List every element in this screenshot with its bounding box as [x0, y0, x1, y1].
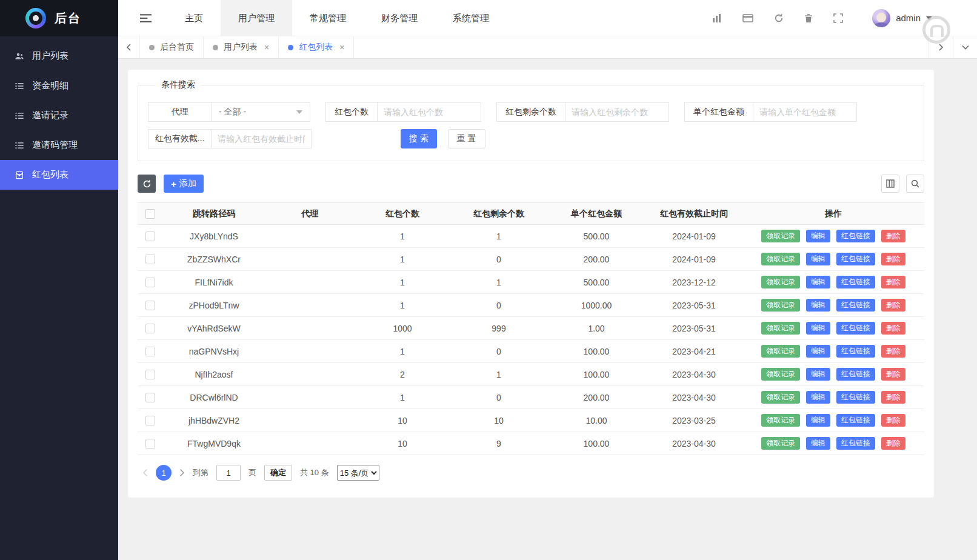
- edit-button[interactable]: 编辑: [806, 414, 830, 427]
- delete-button[interactable]: 删除: [881, 368, 905, 381]
- claim-records-button[interactable]: 领取记录: [761, 253, 800, 266]
- row-checkbox[interactable]: [145, 278, 155, 287]
- nav-item-system-mgmt[interactable]: 系统管理: [435, 0, 507, 36]
- fullscreen-icon[interactable]: [833, 13, 843, 23]
- sidebar-item-invite-code-mgmt[interactable]: 邀请码管理: [0, 130, 118, 160]
- row-checkbox[interactable]: [145, 393, 155, 402]
- delete-button[interactable]: 删除: [881, 276, 905, 289]
- refresh-icon[interactable]: [774, 13, 784, 23]
- packet-link-button[interactable]: 红包链接: [836, 437, 875, 450]
- row-checkbox[interactable]: [145, 370, 155, 379]
- packet-link-button[interactable]: 红包链接: [836, 276, 875, 289]
- edit-button[interactable]: 编辑: [806, 345, 830, 358]
- packet-link-button[interactable]: 红包链接: [836, 322, 875, 335]
- claim-records-button[interactable]: 领取记录: [761, 299, 800, 312]
- row-checkbox[interactable]: [145, 347, 155, 356]
- delete-button[interactable]: 删除: [881, 322, 905, 335]
- add-button[interactable]: + 添加: [164, 175, 204, 193]
- row-checkbox[interactable]: [145, 232, 155, 241]
- tab-red-packet-list[interactable]: 红包列表 ×: [279, 36, 354, 58]
- nav-item-finance-mgmt[interactable]: 财务管理: [364, 0, 435, 36]
- packet-link-button[interactable]: 红包链接: [836, 253, 875, 266]
- nav-item-user-mgmt[interactable]: 用户管理: [221, 0, 292, 36]
- packet-link-button[interactable]: 红包链接: [836, 368, 875, 381]
- edit-button[interactable]: 编辑: [806, 230, 830, 243]
- tab-user-list[interactable]: 用户列表 ×: [204, 36, 279, 58]
- row-checkbox[interactable]: [145, 416, 155, 425]
- tabs-menu-icon[interactable]: [953, 36, 977, 58]
- packet-amount-input[interactable]: [753, 102, 857, 122]
- row-checkbox[interactable]: [145, 301, 155, 310]
- edit-button[interactable]: 编辑: [806, 299, 830, 312]
- claim-records-button[interactable]: 领取记录: [761, 391, 800, 404]
- refresh-table-button[interactable]: [138, 175, 156, 193]
- sidebar-item-red-packet-list[interactable]: 红包列表: [0, 160, 118, 190]
- claim-records-button[interactable]: 领取记录: [761, 368, 800, 381]
- wallet-card-icon[interactable]: [742, 14, 753, 22]
- next-page-icon[interactable]: [179, 468, 185, 477]
- cell-expire-time: 2023-04-30: [645, 432, 742, 455]
- packet-link-button[interactable]: 红包链接: [836, 299, 875, 312]
- cell-packet-remain: 1: [450, 225, 547, 248]
- col-header-amount: 单个红包金额: [547, 203, 645, 225]
- tab-close-icon[interactable]: ×: [339, 42, 344, 52]
- goto-label: 到第: [193, 467, 208, 478]
- user-menu[interactable]: admin: [872, 9, 971, 27]
- sidebar-item-invite-records[interactable]: 邀请记录: [0, 101, 118, 130]
- tab-dashboard[interactable]: 后台首页: [140, 36, 204, 58]
- sidebar-item-funds-detail[interactable]: 资金明细: [0, 71, 118, 101]
- search-button[interactable]: 搜 索: [401, 129, 437, 148]
- page-size-select[interactable]: 15 条/页: [337, 465, 379, 481]
- row-checkbox[interactable]: [145, 324, 155, 333]
- nav-item-home[interactable]: 主页: [167, 0, 221, 36]
- delete-button[interactable]: 删除: [881, 414, 905, 427]
- sidebar-item-user-list[interactable]: 用户列表: [0, 41, 118, 71]
- delete-button[interactable]: 删除: [881, 391, 905, 404]
- trash-icon[interactable]: [804, 13, 813, 23]
- tabs-scroll-left-icon[interactable]: [118, 36, 140, 58]
- edit-button[interactable]: 编辑: [806, 253, 830, 266]
- row-checkbox[interactable]: [145, 439, 155, 448]
- delete-button[interactable]: 删除: [881, 299, 905, 312]
- delete-button[interactable]: 删除: [881, 253, 905, 266]
- packet-link-button[interactable]: 红包链接: [836, 345, 875, 358]
- prev-page-icon[interactable]: [142, 468, 148, 477]
- edit-button[interactable]: 编辑: [806, 368, 830, 381]
- claim-records-button[interactable]: 领取记录: [761, 345, 800, 358]
- select-all-checkbox[interactable]: [145, 209, 155, 219]
- tabs-scroll-right-icon[interactable]: [929, 36, 953, 58]
- packet-remain-input[interactable]: [565, 102, 669, 122]
- reset-button[interactable]: 重 置: [448, 129, 485, 148]
- tab-close-icon[interactable]: ×: [264, 42, 269, 52]
- claim-records-button[interactable]: 领取记录: [761, 276, 800, 289]
- row-checkbox[interactable]: [145, 255, 155, 264]
- packet-amount-group: 单个红包金额: [684, 102, 857, 122]
- delete-button[interactable]: 删除: [881, 437, 905, 450]
- nav-item-general-mgmt[interactable]: 常规管理: [292, 0, 364, 36]
- expire-time-input[interactable]: [211, 129, 312, 148]
- column-toggle-button[interactable]: [881, 175, 899, 193]
- menu-toggle-icon[interactable]: [118, 13, 167, 23]
- edit-button[interactable]: 编辑: [806, 322, 830, 335]
- page-number-button[interactable]: 1: [156, 465, 172, 481]
- edit-button[interactable]: 编辑: [806, 276, 830, 289]
- packet-link-button[interactable]: 红包链接: [836, 414, 875, 427]
- claim-records-button[interactable]: 领取记录: [761, 230, 800, 243]
- goto-page-input[interactable]: [216, 465, 241, 481]
- claim-records-button[interactable]: 领取记录: [761, 437, 800, 450]
- table-search-button[interactable]: [906, 175, 924, 193]
- claim-records-button[interactable]: 领取记录: [761, 414, 800, 427]
- delete-button[interactable]: 删除: [881, 230, 905, 243]
- edit-button[interactable]: 编辑: [806, 391, 830, 404]
- cell-jump-path-code: FTwgMVD9qk: [163, 432, 265, 455]
- goto-confirm-button[interactable]: 确定: [264, 465, 292, 481]
- packet-link-button[interactable]: 红包链接: [836, 230, 875, 243]
- agent-select[interactable]: - 全部 -: [211, 102, 310, 122]
- app-logo[interactable]: 后台: [0, 0, 118, 36]
- edit-button[interactable]: 编辑: [806, 437, 830, 450]
- packet-link-button[interactable]: 红包链接: [836, 391, 875, 404]
- packet-count-input[interactable]: [377, 102, 481, 122]
- delete-button[interactable]: 删除: [881, 345, 905, 358]
- claim-records-button[interactable]: 领取记录: [761, 322, 800, 335]
- chart-icon[interactable]: [712, 13, 722, 23]
